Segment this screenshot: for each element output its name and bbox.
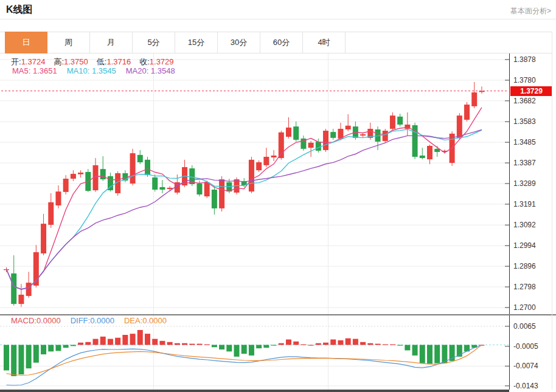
candlestick-series	[4, 82, 484, 307]
current-price-badge: 1.3729	[510, 86, 552, 96]
grid	[0, 53, 509, 390]
ma-value: MA10: 1.3545	[67, 66, 116, 75]
ohlc-label: 开:	[11, 57, 21, 66]
price-axis-label: 1.3485	[513, 137, 536, 147]
macd-readout: MACD:0.0000DIFF:0.0000DEA:0.0000	[11, 316, 176, 325]
ohlc-label: 高:	[54, 57, 64, 66]
ohlc-value: 1.3729	[150, 57, 174, 66]
price-axis-label: 1.3780	[513, 75, 536, 85]
bottom-scroll-edge	[0, 390, 509, 392]
right-edge-border	[552, 32, 552, 390]
ohlc-label: 收:	[139, 57, 150, 66]
price-axis-label: 1.2798	[513, 282, 536, 292]
ohlc-label: 低:	[97, 57, 107, 66]
kline-page: K线图 基本面分析> 日周月5分15分30分60分4时 开:1.3724高:1.…	[0, 0, 556, 392]
price-axis-label: 1.3092	[513, 220, 536, 230]
ma5-line	[7, 108, 482, 289]
ohlc-value: 1.3716	[106, 57, 131, 66]
ma10-line	[7, 129, 482, 289]
ma-readout: MA5: 1.3651MA10: 1.3545MA20: 1.3548	[12, 66, 185, 75]
price-axis-label: 1.3191	[513, 199, 536, 209]
price-axis-label: 1.3289	[513, 179, 536, 188]
ma-value: MA20: 1.3548	[126, 66, 175, 75]
ohlc-value: 1.3724	[21, 57, 46, 66]
ma-value: MA5: 1.3651	[12, 66, 57, 75]
macd-axis-label: -0.0074	[513, 361, 538, 371]
macd-histogram	[4, 330, 484, 376]
panel-divider	[0, 314, 556, 315]
price-axis-label: 1.2994	[513, 241, 536, 250]
ma20-line	[7, 129, 482, 289]
price-axis-label: 1.3583	[513, 117, 536, 126]
macd-value: MACD:0.0000	[11, 316, 61, 325]
price-axis-label: 1.3878	[513, 55, 536, 64]
price-axis-label: 1.2700	[513, 303, 536, 312]
macd-value: DIFF:0.0000	[71, 316, 114, 325]
macd-axis-label: -0.0005	[513, 342, 538, 351]
macd-value: DEA:0.0000	[124, 316, 167, 325]
macd-axis-label: 0.0065	[513, 322, 536, 331]
price-axis-label: 1.2896	[513, 261, 536, 271]
price-axis-label: 1.3387	[513, 158, 536, 168]
price-axis-label: 1.3682	[513, 96, 536, 106]
price-axis	[505, 53, 510, 390]
ohlc-value: 1.3750	[64, 57, 88, 66]
macd-axis-label: -0.0143	[513, 381, 538, 391]
